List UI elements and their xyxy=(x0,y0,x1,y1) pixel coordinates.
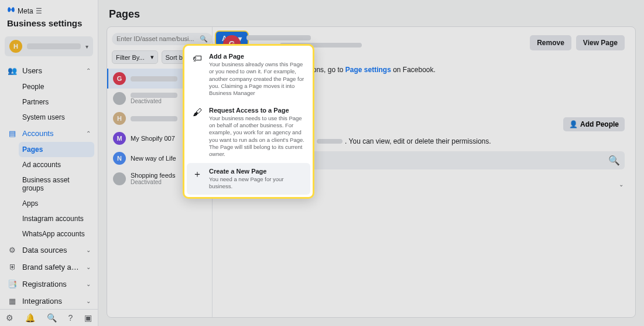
dropdown-item-title: Create a New Page xyxy=(209,168,306,175)
pages-search[interactable]: 🔍 xyxy=(112,33,213,45)
add-people-button[interactable]: 👤 Add People xyxy=(563,117,625,131)
grid-icon: ▦ xyxy=(7,297,18,305)
nav-accounts[interactable]: ▤ Accounts ⌃ xyxy=(4,125,94,142)
detail-name-redacted xyxy=(246,35,311,40)
dropdown-item-desc: You need a new Page for your business. xyxy=(209,176,306,191)
remove-button[interactable]: Remove xyxy=(530,35,571,50)
nav-users[interactable]: 👥 Users ⌃ xyxy=(4,62,94,79)
search-icon[interactable]: 🔍 xyxy=(47,313,57,322)
nav-instagram[interactable]: Instagram accounts xyxy=(19,211,94,226)
chevron-down-icon: ⌄ xyxy=(619,181,624,188)
settings-icon[interactable]: ⚙ xyxy=(6,313,13,322)
collapse-icon[interactable]: ▣ xyxy=(84,313,92,322)
list-item-name-redacted xyxy=(131,76,177,82)
list-item-avatar: M xyxy=(113,132,126,145)
sidebar-bottom-tools: ⚙ 🔔 🔍 ? ▣ xyxy=(0,309,98,326)
brush-icon: 🖌 xyxy=(191,107,203,158)
nav-pages[interactable]: Pages xyxy=(19,142,94,157)
tag-icon: 🏷 xyxy=(191,53,203,97)
sidebar: Meta ☰ Business settings H ▾ 👥 Users ⌃ P… xyxy=(0,0,98,326)
data-sources-icon: ⚙ xyxy=(7,246,18,254)
chevron-down-icon: ⌄ xyxy=(86,264,91,270)
dropdown-item-title: Add a Page xyxy=(209,53,306,60)
nav: 👥 Users ⌃ People Partners System users ▤… xyxy=(0,62,98,309)
page-title: Pages xyxy=(98,0,644,26)
account-switcher[interactable]: H ▾ xyxy=(5,36,93,56)
chevron-up-icon: ⌃ xyxy=(86,130,91,137)
page-name-redacted xyxy=(317,139,342,144)
search-icon: 🔍 xyxy=(608,155,620,166)
chevron-down-icon: ⌄ xyxy=(86,281,91,287)
nav-whatsapp[interactable]: WhatsApp accounts xyxy=(19,226,94,242)
dropdown-item-desc: Your business needs to use this Page on … xyxy=(209,115,306,158)
chevron-down-icon: ⌄ xyxy=(86,298,91,304)
book-icon: 📑 xyxy=(7,280,18,288)
chevron-down-icon: ⌄ xyxy=(86,247,91,253)
nav-registrations[interactable]: 📑 Registrations ⌄ xyxy=(4,276,94,293)
help-icon[interactable]: ? xyxy=(68,313,73,322)
list-item-avatar: H xyxy=(113,112,126,125)
plus-icon: ＋ xyxy=(191,168,203,191)
dropdown-item-title: Request Access to a Page xyxy=(209,107,306,114)
bell-icon[interactable]: 🔔 xyxy=(25,313,35,322)
nav-integrations[interactable]: ▦ Integrations ⌄ xyxy=(4,293,94,309)
add-person-icon: 👤 xyxy=(569,120,578,128)
dropdown-item-desc: Your business already owns this Page or … xyxy=(209,61,306,97)
list-item-name-redacted xyxy=(131,93,177,98)
accounts-icon: ▤ xyxy=(7,129,18,138)
app-title: Business settings xyxy=(7,18,91,28)
nav-brand-safety[interactable]: ⛨ Brand safety and suitabil... ⌄ xyxy=(4,259,94,276)
shield-icon: ⛨ xyxy=(7,263,18,271)
dropdown-item[interactable]: 🏷Add a PageYour business already owns th… xyxy=(187,48,310,102)
chevron-up-icon: ⌃ xyxy=(86,67,91,74)
nav-people[interactable]: People xyxy=(19,79,94,94)
nav-system-users[interactable]: System users xyxy=(19,110,94,125)
add-dropdown: 🏷Add a PageYour business already owns th… xyxy=(183,44,314,199)
list-item-avatar: N xyxy=(113,152,126,165)
nav-data-sources[interactable]: ⚙ Data sources ⌄ xyxy=(4,242,94,259)
dropdown-item[interactable]: ＋Create a New PageYou need a new Page fo… xyxy=(187,163,310,195)
dropdown-item[interactable]: 🖌Request Access to a PageYour business n… xyxy=(187,102,310,163)
list-item-name-redacted xyxy=(131,116,177,121)
account-name-redacted xyxy=(27,43,81,49)
brand-label: Meta xyxy=(18,7,33,15)
account-avatar: H xyxy=(9,40,22,53)
pages-search-input[interactable] xyxy=(117,35,197,42)
nav-apps[interactable]: Apps xyxy=(19,196,94,211)
page-settings-link[interactable]: Page settings xyxy=(345,66,391,74)
search-icon: 🔍 xyxy=(200,35,208,43)
filter-button[interactable]: Filter By...▾ xyxy=(112,50,158,64)
view-page-button[interactable]: View Page xyxy=(576,35,625,50)
nav-ad-accounts[interactable]: Ad accounts xyxy=(19,157,94,172)
chevron-down-icon: ▾ xyxy=(85,43,88,50)
users-icon: 👥 xyxy=(7,66,18,75)
nav-business-asset-groups[interactable]: Business asset groups xyxy=(19,172,94,196)
list-item-avatar: G xyxy=(113,72,126,85)
list-item-avatar xyxy=(113,172,126,185)
hamburger-icon[interactable]: ☰ xyxy=(36,7,42,15)
list-item-avatar xyxy=(113,92,126,105)
nav-partners[interactable]: Partners xyxy=(19,94,94,110)
meta-logo-icon xyxy=(7,6,15,16)
